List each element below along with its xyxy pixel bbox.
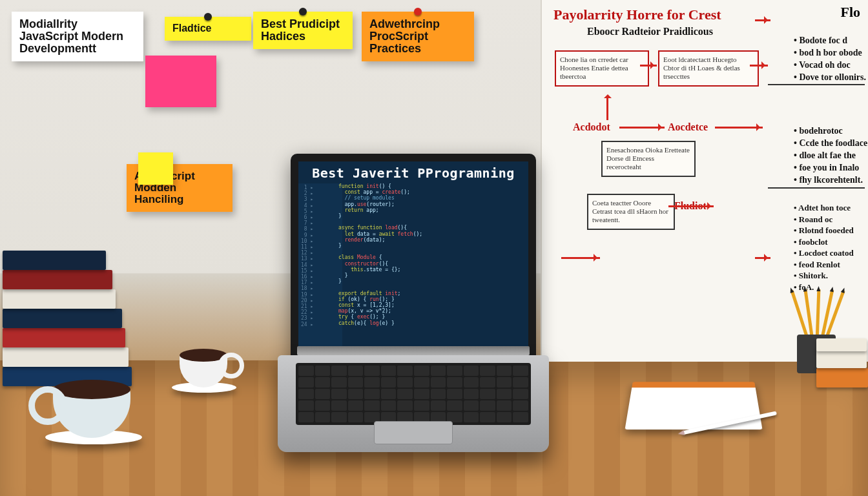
whiteboard-subtitle: Eboocr Radteior Praidlicous xyxy=(587,26,713,37)
note-text: Fladtice xyxy=(172,23,211,34)
code-editor-screen: Best Javerit PProgramning 1 ▸ 2 ▸ 3 ▸ 4 … xyxy=(298,161,528,355)
wb-box-2: Eoot ldcatectactt Hucegto Cbtor di tH Lo… xyxy=(658,50,759,87)
arrow-icon xyxy=(640,65,657,67)
wb-list-item: bodehrotoc xyxy=(794,125,868,138)
note-best-practices: Best Prudicipt Hadices xyxy=(253,12,353,49)
wb-label-b: Aocdetce xyxy=(668,121,708,133)
coffee-cup-small xyxy=(168,341,239,393)
book-stack-left xyxy=(3,218,145,386)
keyboard xyxy=(296,363,531,425)
pushpin-icon xyxy=(299,8,307,16)
wb-list-item: feod Renlot xyxy=(794,259,868,271)
pushpin-icon xyxy=(414,8,422,16)
workspace-scene: Modiallrity JavaScript Modern Developmen… xyxy=(0,0,868,496)
line-number-gutter: 1 ▸ 2 ▸ 3 ▸ 4 ▸ 5 ▸ 6 ▸ 7 ▸ 8 ▸ 9 ▸ 10 ▸… xyxy=(298,183,342,355)
arrow-icon xyxy=(755,19,770,21)
wb-list-item: Shitork. xyxy=(794,270,868,282)
wb-list-item: Locdoet coatod xyxy=(794,247,868,259)
wb-list-2: bodehrotoc Ccde the foodlace dloe alt fa… xyxy=(768,125,868,186)
wb-list-item: bod h bor obode xyxy=(794,47,868,59)
note-modularity: Modiallrity JavaScript Modern Developmen… xyxy=(12,12,143,61)
laptop-base xyxy=(278,355,549,452)
note-fladtice: Fladtice xyxy=(165,17,251,41)
wb-list-item: foobclot xyxy=(794,236,868,248)
wb-list-3: Adtet hon toce Roand oc Rlotnd fooeded f… xyxy=(768,202,868,293)
arrow-up-icon xyxy=(606,97,608,120)
editor-title: Best Javerit PProgramning xyxy=(298,165,528,181)
wb-list-item: Dove tor ollonirs. xyxy=(794,72,868,84)
wb-list-item: foe you in Inalo xyxy=(794,162,868,174)
book-stack-right xyxy=(816,297,868,388)
note-text: Modiallrity JavaScript Modern Developmen… xyxy=(19,17,123,55)
note-text: Best Prudicipt Hadices xyxy=(261,17,340,43)
pushpin-icon xyxy=(204,13,212,21)
arrow-icon xyxy=(619,127,665,129)
note-pink-blank xyxy=(145,56,216,107)
wb-list-item: Vocad oh doc xyxy=(794,59,868,72)
wb-list-item: Roand oc xyxy=(794,214,868,225)
wb-list-item: Ccde the foodlace xyxy=(794,138,868,150)
note-small-yellow xyxy=(138,152,173,185)
laptop-screen-bezel: Best Javerit PProgramning 1 ▸ 2 ▸ 3 ▸ 4 … xyxy=(291,154,536,363)
wb-list-item: fhy lkcorehtenlt. xyxy=(794,174,868,187)
wb-box-3: Enesachonea Oioka Eretteate Dorse dl Etn… xyxy=(601,141,696,177)
wb-label-a: Acdodot xyxy=(573,121,610,133)
whiteboard-title: Payolarrity Horre for Crest xyxy=(553,6,721,23)
wb-list-item: Rlotnd fooeded xyxy=(794,225,868,236)
divider xyxy=(768,84,865,85)
wb-list-1: Bodote foc d bod h bor obode Vocad oh do… xyxy=(768,35,868,84)
wb-list-item: dloe alt fae the xyxy=(794,150,868,162)
laptop: Best Javerit PProgramning 1 ▸ 2 ▸ 3 ▸ 4 … xyxy=(278,154,549,457)
whiteboard-corner-label: Flo xyxy=(840,4,860,21)
arrow-icon xyxy=(715,127,763,129)
wb-list-item: Bodote foc d xyxy=(794,35,868,47)
arrow-icon xyxy=(750,65,768,67)
note-text: Adwethrcinp ProcScript Practices xyxy=(369,17,440,55)
wb-box-4: Coeta teactter Ooore Cetrast tcea dll sH… xyxy=(587,194,675,230)
code-area: function init() { const app = create(); … xyxy=(338,183,528,355)
divider xyxy=(768,187,865,189)
note-advanced-practices: Adwethrcinp ProcScript Practices xyxy=(362,12,474,61)
wb-list-item: Adtet hon toce xyxy=(794,202,868,214)
coffee-cup-large xyxy=(39,373,142,444)
wb-box-1: Chone lia on crredet car Hoonestes Enati… xyxy=(555,50,649,87)
laptop-hinge xyxy=(297,346,530,355)
arrow-icon xyxy=(561,257,600,259)
arrow-icon xyxy=(668,205,714,207)
notebook xyxy=(625,382,762,429)
trackpad xyxy=(374,421,453,444)
